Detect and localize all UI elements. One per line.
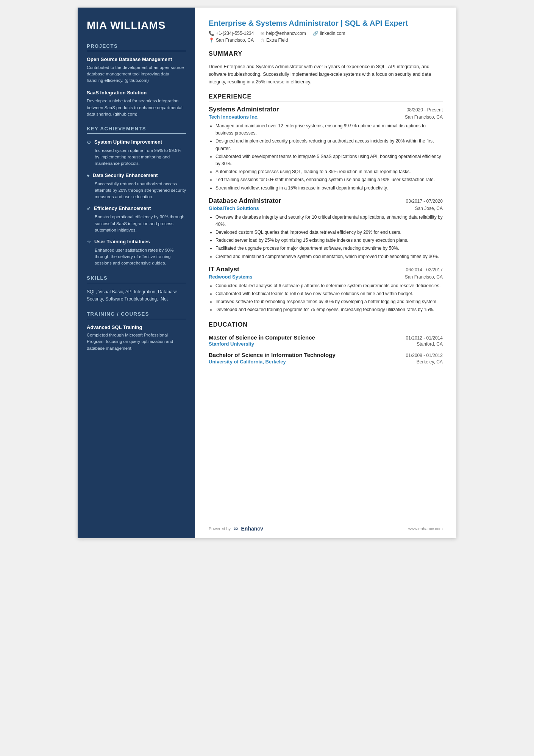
main-wrapper: Enterprise & Systems Administrator | SQL… (195, 8, 456, 538)
bullet: Facilitated the upgrade process for majo… (215, 245, 443, 252)
bullet: Designed and implemented security protoc… (215, 138, 443, 152)
contact-row-2: 📍 San Francisco, CA ☆ Extra Field (209, 38, 443, 43)
job-company-3: Redwood Systems (209, 274, 253, 280)
project-item: SaaS Integration Solution Developed a ni… (87, 90, 186, 117)
training-section-title: TRAINING / COURSES (87, 311, 186, 319)
job-title-3: IT Analyst (209, 266, 239, 273)
bullet: Collaborated with technical teams to rol… (215, 290, 443, 297)
achievements-section-title: KEY ACHIEVEMENTS (87, 126, 186, 134)
phone-text: +1-(234)-555-1234 (216, 31, 254, 36)
bullet: Improved software troubleshooting respon… (215, 298, 443, 305)
achievement-desc-3: Boosted operational efficiency by 30% th… (87, 214, 186, 233)
job-company-row-1: Tech Innovations Inc. San Francisco, CA (209, 114, 443, 120)
job-bullets-3: Conducted detailed analysis of 6 softwar… (209, 282, 443, 314)
job-company-row-2: GlobalTech Solutions San Jose, CA (209, 205, 443, 211)
extra-text: Extra Field (266, 38, 288, 43)
job-bullets-1: Managed and maintained over 12 enterpris… (209, 122, 443, 192)
achievement-desc-4: Enhanced user satisfaction rates by 90% … (87, 247, 186, 267)
linkedin-text: linkedin.com (320, 31, 345, 36)
sidebar: MIA WILLIAMS PROJECTS Open Source Databa… (78, 8, 195, 538)
summary-text: Driven Enterprise and Systems Administra… (209, 63, 443, 86)
job-location-3: San Francisco, CA (405, 274, 443, 280)
job-company-row-3: Redwood Systems San Francisco, CA (209, 274, 443, 280)
extra-contact: ☆ Extra Field (261, 38, 288, 43)
phone-icon: 📞 (209, 31, 214, 36)
job-location-2: San Jose, CA (415, 206, 443, 211)
main-title: Enterprise & Systems Administrator | SQL… (209, 19, 443, 28)
star-icon: ☆ (87, 239, 91, 245)
bullet: Created and maintained comprehensive sys… (215, 253, 443, 260)
achievements-list: ⚙ System Uptime Improvement Increased sy… (87, 139, 186, 267)
bullet: Developed custom SQL queries that improv… (215, 229, 443, 236)
achievement-item: ☆ User Training Initiatives Enhanced use… (87, 239, 186, 267)
course-desc-1: Completed through Microsoft Professional… (87, 332, 186, 352)
job-title-1: Systems Administrator (209, 106, 279, 113)
location-contact: 📍 San Francisco, CA (209, 38, 254, 43)
email-icon: ✉ (261, 31, 264, 36)
achievement-desc-1: Increased system uptime from 95% to 99.9… (87, 147, 186, 167)
bullet: Oversaw the database integrity and secur… (215, 214, 443, 228)
email-contact: ✉ help@enhancv.com (261, 31, 306, 36)
job-dates-3: 06/2014 - 02/2017 (406, 267, 443, 272)
brand-name: Enhancv (241, 526, 263, 532)
footer-left: Powered by ∞ Enhancv (209, 525, 263, 532)
bullet: Managed and maintained over 12 enterpris… (215, 122, 443, 137)
project-name-2: SaaS Integration Solution (87, 90, 186, 95)
achievement-title-4: User Training Initiatives (94, 239, 150, 245)
project-desc-2: Developed a niche tool for seamless inte… (87, 98, 186, 117)
footer: Powered by ∞ Enhancv www.enhancv.com (195, 519, 456, 538)
edu-dates-1: 01/2012 - 01/2014 (406, 335, 443, 341)
achievement-item: ♥ Data Security Enhancement Successfully… (87, 172, 186, 200)
job-dates-1: 08/2020 - Present (407, 107, 443, 113)
resume-container: MIA WILLIAMS PROJECTS Open Source Databa… (78, 8, 456, 538)
training-list: Advanced SQL Training Completed through … (87, 324, 186, 352)
edu-location-2: Berkeley, CA (417, 359, 443, 365)
bullet: Reduced server load by 25% by optimizing… (215, 237, 443, 244)
job-header-1: Systems Administrator 08/2020 - Present (209, 106, 443, 113)
bullet: Collaborated with development teams to i… (215, 153, 443, 167)
summary-section-title: SUMMARY (209, 50, 443, 59)
contact-row: 📞 +1-(234)-555-1234 ✉ help@enhancv.com 🔗… (209, 31, 443, 36)
main-content: Enterprise & Systems Administrator | SQL… (195, 8, 456, 519)
achievement-title-3: Efficiency Enhancement (94, 205, 151, 212)
edu-school-2: University of California, Berkeley (209, 359, 286, 365)
achievement-title-2: Data Security Enhancement (93, 172, 158, 179)
edu-dates-2: 01/2008 - 01/2012 (406, 353, 443, 358)
job-header-2: Database Administrator 03/2017 - 07/2020 (209, 197, 443, 205)
job-company-1: Tech Innovations Inc. (209, 114, 259, 120)
powered-by-text: Powered by (209, 526, 231, 531)
job-header-3: IT Analyst 06/2014 - 02/2017 (209, 266, 443, 273)
email-text: help@enhancv.com (266, 31, 306, 36)
course-item: Advanced SQL Training Completed through … (87, 324, 186, 352)
achievement-item: ⚙ System Uptime Improvement Increased sy… (87, 139, 186, 167)
gear-icon: ⚙ (87, 139, 91, 145)
linkedin-contact: 🔗 linkedin.com (313, 31, 345, 36)
projects-list: Open Source Database Management Contribu… (87, 56, 186, 118)
projects-section-title: PROJECTS (87, 43, 186, 51)
job-dates-2: 03/2017 - 07/2020 (406, 199, 443, 204)
location-icon: 📍 (209, 38, 214, 43)
bullet: Conducted detailed analysis of 6 softwar… (215, 282, 443, 290)
experience-section-title: EXPERIENCE (209, 93, 443, 102)
bullet: Automated reporting processes using SQL,… (215, 168, 443, 175)
job-title-2: Database Administrator (209, 197, 281, 205)
linkedin-icon: 🔗 (313, 31, 319, 36)
achievement-item: ✔ Efficiency Enhancement Boosted operati… (87, 205, 186, 233)
checkmark-icon: ✔ (87, 206, 91, 211)
bullet: Led training sessions for 50+ staff memb… (215, 176, 443, 183)
achievement-desc-2: Successfully reduced unauthorized access… (87, 181, 186, 200)
heart-icon: ♥ (87, 173, 90, 178)
skills-section-title: SKILLS (87, 275, 186, 283)
enhancv-logo-icon: ∞ (234, 525, 238, 532)
candidate-name: MIA WILLIAMS (87, 19, 186, 32)
achievement-title-1: System Uptime Improvement (94, 139, 162, 146)
footer-website: www.enhancv.com (408, 526, 443, 531)
edu-location-1: Stanford, CA (417, 341, 443, 347)
course-name-1: Advanced SQL Training (87, 324, 186, 330)
edu-entry-2: Bachelor of Science in Information Techn… (209, 351, 443, 365)
phone-contact: 📞 +1-(234)-555-1234 (209, 31, 254, 36)
skills-text: SQL, Visual Basic, API Integration, Data… (87, 288, 186, 303)
edu-entry-1: Master of Science in Computer Science 01… (209, 334, 443, 347)
edu-degree-2: Bachelor of Science in Information Techn… (209, 351, 336, 359)
bullet: Streamlined workflow, resulting in a 15%… (215, 185, 443, 192)
